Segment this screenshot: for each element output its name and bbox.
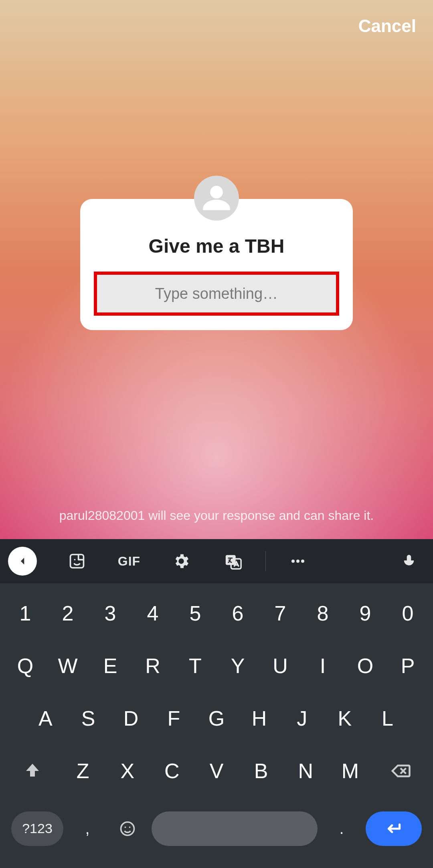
- key-m[interactable]: M: [332, 759, 368, 783]
- svg-point-3: [78, 559, 79, 561]
- key-l[interactable]: L: [370, 706, 406, 730]
- enter-key[interactable]: [366, 811, 422, 846]
- question-card: Give me a TBH Type something…: [80, 199, 353, 330]
- key-5[interactable]: 5: [177, 601, 213, 625]
- key-v[interactable]: V: [198, 759, 235, 783]
- key-q[interactable]: Q: [7, 654, 43, 678]
- disclosure-text: parul28082001 will see your response and…: [0, 508, 433, 523]
- key-7[interactable]: 7: [262, 601, 298, 625]
- svg-point-9: [121, 822, 134, 835]
- key-o[interactable]: O: [347, 654, 383, 678]
- keyboard-toolbar: GIF: [0, 539, 433, 583]
- key-row-1: Q W E R T Y U I O P: [4, 654, 429, 678]
- svg-rect-1: [71, 555, 84, 568]
- symbols-key[interactable]: ?123: [11, 811, 63, 846]
- svg-point-7: [296, 560, 299, 563]
- emoji-key[interactable]: [111, 820, 144, 838]
- key-1[interactable]: 1: [7, 601, 43, 625]
- key-9[interactable]: 9: [347, 601, 383, 625]
- key-a[interactable]: A: [27, 706, 63, 730]
- key-b[interactable]: B: [243, 759, 279, 783]
- key-r[interactable]: R: [135, 654, 171, 678]
- key-n[interactable]: N: [287, 759, 324, 783]
- svg-point-11: [129, 826, 131, 828]
- key-c[interactable]: C: [154, 759, 190, 783]
- keyboard-keys: 1 2 3 4 5 6 7 8 9 0 Q W E R T Y U I O P …: [0, 583, 433, 868]
- key-row-3: Z X C V B N M: [4, 759, 429, 783]
- answer-highlight: Type something…: [94, 272, 339, 316]
- key-row-numbers: 1 2 3 4 5 6 7 8 9 0: [4, 601, 429, 625]
- key-row-2: A S D F G H J K L: [4, 706, 429, 730]
- key-k[interactable]: K: [327, 706, 363, 730]
- key-2[interactable]: 2: [50, 601, 86, 625]
- key-t[interactable]: T: [177, 654, 213, 678]
- keyboard: GIF 1 2 3 4 5 6 7 8 9 0 Q W: [0, 539, 433, 868]
- key-i[interactable]: I: [305, 654, 341, 678]
- comma-key[interactable]: ,: [71, 819, 103, 838]
- key-6[interactable]: 6: [220, 601, 256, 625]
- key-w[interactable]: W: [50, 654, 86, 678]
- svg-point-10: [125, 826, 126, 828]
- key-d[interactable]: D: [113, 706, 149, 730]
- svg-point-0: [210, 186, 223, 199]
- key-0[interactable]: 0: [390, 601, 426, 625]
- key-j[interactable]: J: [284, 706, 320, 730]
- key-u[interactable]: U: [262, 654, 298, 678]
- key-row-bottom: ?123 , .: [4, 811, 429, 846]
- key-e[interactable]: E: [92, 654, 128, 678]
- space-key[interactable]: [152, 811, 318, 846]
- mic-icon[interactable]: [393, 553, 425, 570]
- svg-point-6: [291, 560, 295, 563]
- key-g[interactable]: G: [198, 706, 235, 730]
- gear-icon[interactable]: [157, 552, 205, 570]
- more-icon[interactable]: [274, 552, 322, 571]
- sticker-icon[interactable]: [53, 552, 101, 570]
- key-s[interactable]: S: [70, 706, 106, 730]
- svg-point-2: [74, 559, 76, 561]
- key-f[interactable]: F: [156, 706, 192, 730]
- key-3[interactable]: 3: [92, 601, 128, 625]
- key-y[interactable]: Y: [220, 654, 256, 678]
- toolbar-separator: [265, 551, 266, 571]
- question-title: Give me a TBH: [149, 235, 285, 257]
- gif-button[interactable]: GIF: [105, 554, 153, 569]
- key-8[interactable]: 8: [305, 601, 341, 625]
- key-h[interactable]: H: [241, 706, 277, 730]
- translate-icon[interactable]: [209, 552, 257, 570]
- svg-point-8: [301, 560, 304, 563]
- key-z[interactable]: Z: [65, 759, 101, 783]
- avatar: [194, 176, 239, 221]
- period-key[interactable]: .: [326, 819, 358, 838]
- key-x[interactable]: X: [109, 759, 146, 783]
- cancel-button[interactable]: Cancel: [358, 16, 416, 36]
- keyboard-collapse-button[interactable]: [8, 547, 37, 576]
- backspace-key[interactable]: [376, 760, 425, 782]
- story-background: Cancel Give me a TBH Type something… par…: [0, 0, 433, 539]
- shift-key[interactable]: [8, 761, 57, 781]
- answer-input[interactable]: Type something…: [97, 275, 336, 312]
- key-p[interactable]: P: [390, 654, 426, 678]
- key-4[interactable]: 4: [135, 601, 171, 625]
